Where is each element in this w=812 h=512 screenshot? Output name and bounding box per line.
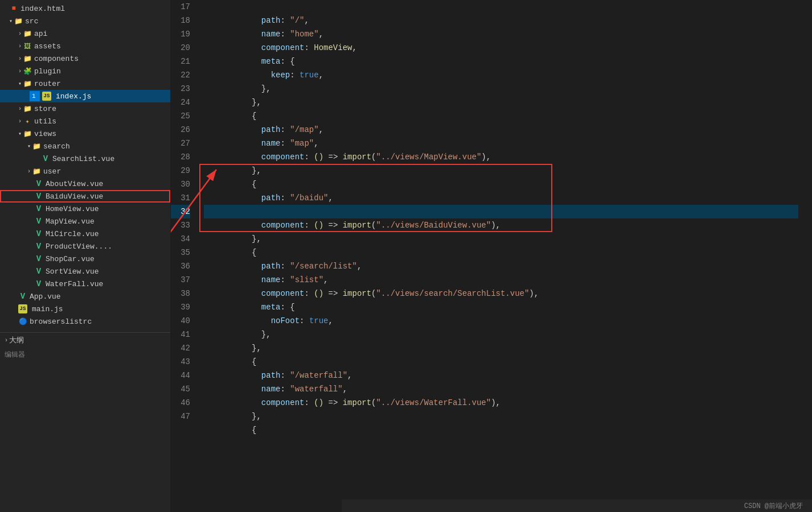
sidebar-label: plugin	[34, 67, 61, 76]
code-line-23: },	[204, 82, 798, 96]
line-num-20: 20	[171, 41, 190, 55]
sidebar-item-waterfall[interactable]: V WaterFall.vue	[0, 278, 170, 290]
code-line-37: component: () => import("../views/search…	[204, 273, 798, 287]
folder-icon: 📁	[23, 54, 32, 63]
code-line-17: path: "/",	[204, 0, 798, 14]
sidebar-item-micircle[interactable]: V MiCircle.vue	[0, 228, 170, 240]
sidebar-item-browserslistrc[interactable]: 🔵 browserslistrc	[0, 315, 170, 328]
line-num-41: 41	[171, 328, 190, 341]
line-num-22: 22	[171, 68, 190, 82]
code-token: {	[242, 426, 256, 435]
sidebar-item-router[interactable]: ▾ 📁 router	[0, 77, 170, 90]
sidebar-item-search[interactable]: ▾ 📁 search	[0, 140, 170, 152]
js-icon: JS	[18, 304, 27, 313]
sidebar-label: assets	[34, 42, 61, 51]
sidebar-label: views	[34, 130, 56, 138]
vue-icon: V	[34, 242, 43, 251]
line-num-18: 18	[171, 14, 190, 27]
sidebar-label: ShopCar.vue	[46, 255, 95, 263]
chevron-down-icon: ▾	[9, 18, 13, 24]
vue-icon: V	[34, 267, 43, 276]
sidebar-outline-section[interactable]: › 大纲	[0, 332, 170, 348]
sidebar-item-baiduview[interactable]: V BaiduView.vue	[0, 190, 170, 203]
sidebar-item-mainjs[interactable]: JS main.js	[0, 303, 170, 315]
code-line-28: },	[204, 150, 798, 164]
chevron-down-icon: ▾	[27, 143, 31, 150]
chevron-right-icon: ›	[18, 43, 22, 49]
chevron-down-icon: ▾	[18, 80, 22, 87]
sidebar-item-shopcar[interactable]: V ShopCar.vue	[0, 253, 170, 265]
line-num-19: 19	[171, 27, 190, 41]
folder-icon: 📁	[23, 79, 32, 88]
sidebar-item-components[interactable]: › 📁 components	[0, 52, 170, 65]
code-line-32: component: () => import("../views/BaiduV…	[204, 205, 798, 218]
folder-icon: 📁	[23, 104, 32, 113]
code-line-25: path: "/map",	[204, 109, 798, 123]
sidebar-label: BaiduView.vue	[46, 192, 103, 201]
code-line-24: {	[204, 96, 798, 109]
outline-label: 大纲	[9, 335, 24, 345]
code-line-40: },	[204, 314, 798, 328]
sidebar-label: index.html	[20, 5, 65, 13]
bottom-bar: CSDN @前端小虎牙	[342, 499, 812, 512]
sidebar-label: WaterFall.vue	[46, 280, 103, 288]
code-area[interactable]: 17 18 19 20 21 22 23 24 25 26 27 28 29 3…	[171, 0, 812, 512]
assets-icon: 🖼	[23, 42, 32, 51]
sidebar-item-aboutview[interactable]: V AboutView.vue	[0, 177, 170, 190]
sidebar-item-store[interactable]: › 📁 store	[0, 102, 170, 115]
sidebar-label: api	[34, 30, 47, 38]
sidebar-item-router-index[interactable]: 1 JS index.js	[0, 90, 170, 102]
line-num-30: 30	[171, 177, 190, 191]
chevron-right-icon: ›	[18, 68, 22, 75]
code-content: path: "/", name: "home", component: Home…	[199, 0, 812, 512]
line-num-28: 28	[171, 150, 190, 164]
sidebar-item-index-html[interactable]: ■ index.html	[0, 2, 170, 15]
code-line-30: path: "/baidu",	[204, 177, 798, 191]
sidebar-item-src[interactable]: ▾ 📁 src	[0, 15, 170, 27]
code-line-34: {	[204, 232, 798, 246]
code-line-35: path: "/search/list",	[204, 246, 798, 259]
code-editor: 17 18 19 20 21 22 23 24 25 26 27 28 29 3…	[171, 0, 812, 512]
chevron-right-icon: ›	[18, 31, 22, 37]
code-line-41: },	[204, 328, 798, 341]
code-line-20: meta: {	[204, 41, 798, 55]
sidebar-item-productview[interactable]: V ProductView....	[0, 240, 170, 253]
line-num-26: 26	[171, 123, 190, 137]
sidebar-item-api[interactable]: › 📁 api	[0, 27, 170, 40]
folder-icon: 📁	[32, 167, 41, 176]
folder-icon: 📁	[14, 16, 23, 26]
sidebar-item-assets[interactable]: › 🖼 assets	[0, 40, 170, 52]
chevron-right-icon: ›	[27, 168, 31, 175]
sidebar-item-searchlist[interactable]: V SearchList.vue	[0, 152, 170, 165]
vue-icon: V	[34, 279, 43, 288]
chevron-right-icon: ›	[18, 106, 22, 112]
line-num-21: 21	[171, 55, 190, 68]
code-line-36: name: "slist",	[204, 259, 798, 273]
line-num-34: 34	[171, 232, 190, 246]
sidebar-item-plugin[interactable]: › 🧩 plugin	[0, 65, 170, 77]
line-num-37: 37	[171, 273, 190, 287]
line-num-40: 40	[171, 314, 190, 328]
sidebar-item-user[interactable]: › 📁 user	[0, 165, 170, 177]
sidebar-item-utils[interactable]: › ✦ utils	[0, 115, 170, 127]
sidebar-item-mapview[interactable]: V MapView.vue	[0, 215, 170, 228]
vue-icon: V	[34, 254, 43, 263]
sidebar-item-homeview[interactable]: V HomeView.vue	[0, 203, 170, 215]
vue-icon: V	[34, 179, 43, 188]
sidebar-label: user	[43, 167, 61, 176]
code-line-26: name: "map",	[204, 123, 798, 137]
sidebar-item-views[interactable]: ▾ 📁 views	[0, 127, 170, 140]
code-line-43: path: "/waterfall",	[204, 355, 798, 369]
line-num-44: 44	[171, 369, 190, 382]
code-line-22: },	[204, 68, 798, 82]
sidebar-item-appvue[interactable]: V App.vue	[0, 290, 170, 303]
line-num-39: 39	[171, 300, 190, 314]
active-badge: 1	[30, 91, 40, 101]
utils-icon: ✦	[23, 117, 32, 126]
chevron-right-icon: ›	[18, 118, 22, 125]
code-line-19: component: HomeView,	[204, 27, 798, 41]
code-line-44: name: "waterfall",	[204, 369, 798, 382]
js-icon: JS	[42, 92, 51, 101]
sidebar-item-sortview[interactable]: V SortView.vue	[0, 265, 170, 278]
chevron-down-icon: ▾	[18, 130, 22, 137]
